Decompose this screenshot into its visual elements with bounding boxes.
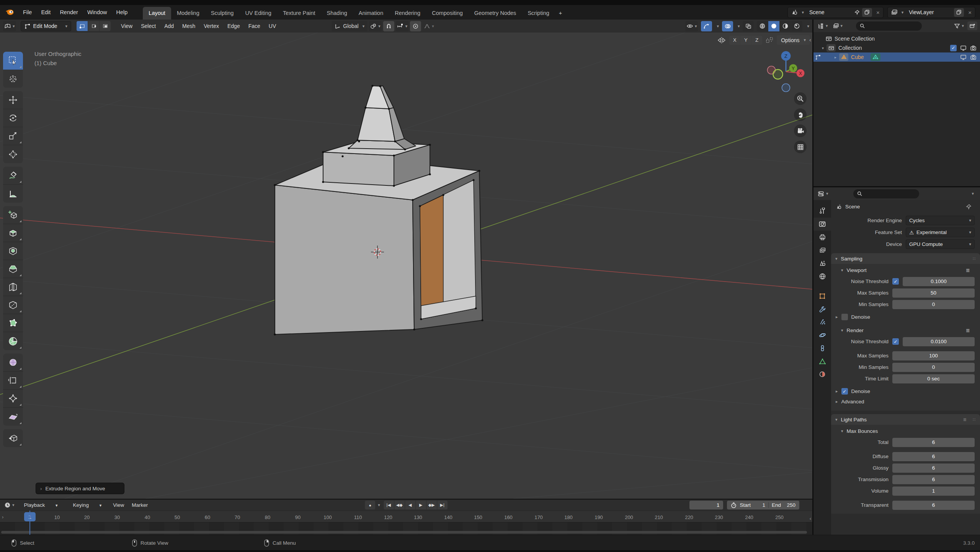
wireframe-shading-button[interactable] [757, 21, 768, 31]
tool-loop-cut[interactable] [3, 278, 23, 296]
properties-options-icon[interactable]: ▾ [972, 191, 974, 196]
menu-marker[interactable]: Marker [128, 502, 152, 508]
operator-redo-panel[interactable]: › Extrude Region and Move [36, 483, 124, 494]
light-paths-header[interactable]: ▾ Light Paths ≣ ∷ [831, 414, 980, 425]
timeline-collapse-icon[interactable]: ‹ [810, 516, 811, 521]
editor-type-button[interactable]: ▾ [3, 21, 16, 31]
vertex-select-button[interactable] [77, 21, 88, 31]
next-keyframe-button[interactable]: ◆▶ [426, 501, 437, 509]
mode-selector[interactable]: Edit Mode ▾ [21, 21, 72, 31]
new-collection-button[interactable] [967, 21, 977, 30]
preset-list-icon[interactable]: ≣ [966, 267, 970, 273]
tool-transform[interactable] [3, 145, 23, 163]
menu-help[interactable]: Help [112, 9, 132, 15]
remove-view-layer-icon[interactable]: × [966, 9, 973, 16]
tab-view-layer[interactable] [813, 244, 831, 257]
breadcrumb-label[interactable]: Scene [845, 204, 860, 210]
snap-settings-button[interactable]: ▾ [396, 21, 409, 31]
previous-keyframe-button[interactable]: ◀◆ [394, 501, 405, 509]
tool-move[interactable] [3, 91, 23, 109]
scene-selector[interactable]: ▾ Scene × [787, 7, 883, 18]
pin-icon[interactable] [854, 10, 860, 15]
pan-button[interactable] [794, 108, 807, 121]
material-preview-button[interactable] [780, 21, 791, 31]
menu-edge[interactable]: Edge [223, 23, 244, 29]
menu-vertex[interactable]: Vertex [199, 23, 223, 29]
play-button[interactable]: ▶ [416, 501, 426, 509]
properties-search[interactable] [853, 189, 919, 198]
advanced-row[interactable]: ▸ Advanced [831, 396, 975, 407]
viewport-denoise-checkbox[interactable] [841, 314, 848, 320]
show-overlays-button[interactable] [722, 21, 733, 31]
volume-field[interactable]: 1 [892, 486, 975, 496]
disable-render-icon[interactable] [970, 45, 977, 51]
device-select[interactable]: GPU Compute ▾ [906, 239, 975, 249]
tab-sculpting[interactable]: Sculpting [205, 7, 240, 20]
show-object-types-button[interactable]: ▾ [685, 21, 698, 31]
disable-render-icon[interactable] [970, 54, 977, 60]
noise-threshold-field[interactable]: 0.1000 [903, 277, 975, 286]
tab-compositing[interactable]: Compositing [426, 7, 469, 20]
collection-row[interactable]: ▾ Collection ✓ [813, 43, 980, 52]
min-samples-field[interactable]: 0 [892, 300, 975, 309]
menu-playback[interactable]: Playback ▾ [16, 502, 65, 508]
cube-object-label[interactable]: Cube [851, 54, 864, 60]
snap-toggle-button[interactable] [383, 21, 394, 31]
menu-edit[interactable]: Edit [36, 9, 55, 15]
hide-viewport-icon[interactable] [960, 45, 967, 51]
tab-texture-paint[interactable]: Texture Paint [277, 7, 321, 20]
total-field[interactable]: 6 [892, 438, 975, 447]
render-engine-select[interactable]: Cycles ▾ [906, 216, 975, 225]
mesh-object-icon-button[interactable] [839, 53, 848, 61]
collection-icon-button[interactable] [826, 44, 836, 52]
channel-expander-icon[interactable]: › [2, 514, 3, 520]
transparent-field[interactable]: 6 [892, 501, 975, 510]
menu-window[interactable]: Window [83, 9, 112, 15]
face-select-button[interactable] [100, 21, 111, 31]
pivot-point-button[interactable]: ▾ [369, 21, 382, 31]
chevron-down-icon[interactable]: ▾ [378, 503, 380, 508]
navigation-gizmo[interactable]: Z Y X [761, 48, 811, 98]
tab-animation[interactable]: Animation [353, 7, 389, 20]
tool-poly-build[interactable] [3, 314, 23, 332]
timeline-editor-type-button[interactable]: ▾ [3, 500, 16, 510]
tool-scale[interactable] [3, 127, 23, 145]
glossy-field[interactable]: 6 [892, 464, 975, 473]
transform-orientation-selector[interactable]: Global ▾ [332, 21, 368, 31]
timeline-ruler[interactable]: 1 10 20 30 40 50 60 70 80 90 100 110 120… [0, 511, 812, 522]
selected-face[interactable] [420, 195, 443, 319]
tool-smooth[interactable] [3, 354, 23, 372]
tool-bevel[interactable] [3, 260, 23, 278]
tab-constraints[interactable] [813, 342, 831, 355]
falloff-button[interactable]: ▾ [423, 21, 435, 31]
preset-list-icon[interactable]: ≣ [966, 328, 970, 333]
tool-spin[interactable] [3, 332, 23, 350]
outliner-editor-type-button[interactable]: ▾ [816, 21, 829, 31]
max-bounces-header[interactable]: ▾ Max Bounces [831, 426, 975, 436]
blender-logo-icon[interactable] [5, 8, 15, 17]
current-frame-field[interactable]: 1 [689, 501, 723, 509]
viewport-denoise-row[interactable]: ▸ Denoise [831, 312, 975, 322]
add-workspace-button[interactable]: + [555, 7, 566, 20]
tool-rotate[interactable] [3, 109, 23, 127]
jump-to-end-button[interactable]: ▶| [437, 501, 448, 509]
xray-toggle-button[interactable] [743, 21, 754, 31]
mesh-data-icon-button[interactable] [871, 53, 880, 61]
mirror-icon[interactable] [717, 36, 726, 44]
disclosure-open-icon[interactable]: ▾ [822, 46, 824, 50]
show-gizmo-button[interactable] [701, 21, 712, 31]
mirror-x-button[interactable]: X [729, 36, 740, 45]
auto-keying-button[interactable]: ● [365, 501, 375, 509]
viewport-subpanel-header[interactable]: ▾ Viewport ≣ [831, 265, 975, 275]
timeline-scrollbar[interactable] [1, 531, 807, 534]
chevron-down-icon[interactable]: ▾ [717, 24, 719, 29]
viewport-canvas[interactable]: User Orthographic (1) Cube [0, 33, 812, 499]
proportional-editing-button[interactable] [410, 21, 421, 31]
render-denoise-checkbox[interactable]: ✓ [841, 388, 848, 395]
mirror-y-button[interactable]: Y [740, 36, 751, 45]
panel-grip-icon[interactable]: ∷ [973, 256, 976, 261]
tool-cursor[interactable] [3, 70, 23, 88]
tab-output[interactable] [813, 231, 831, 244]
tab-geometry-nodes[interactable]: Geometry Nodes [469, 7, 522, 20]
scene-collection-row[interactable]: Scene Collection [813, 34, 980, 43]
